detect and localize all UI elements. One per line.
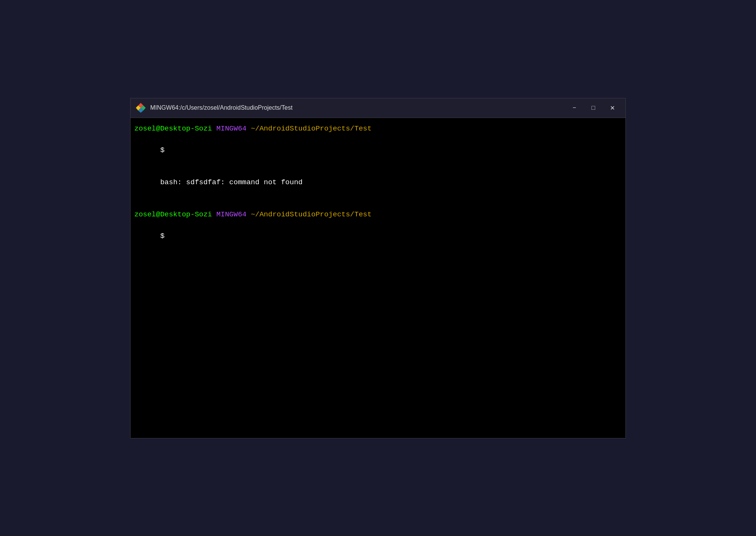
space-3 <box>212 209 216 220</box>
path-2: ~/AndroidStudioProjects/Test <box>251 209 372 220</box>
dollar-2: $ <box>160 232 164 240</box>
dollar-1: $ <box>160 146 164 154</box>
window-title: MINGW64:/c/Users/zosel/AndroidStudioProj… <box>150 104 562 111</box>
minimize-button[interactable]: − <box>566 102 583 114</box>
maximize-button[interactable]: □ <box>585 102 602 114</box>
window-controls: − □ ✕ <box>566 102 621 114</box>
path-1: ~/AndroidStudioProjects/Test <box>251 123 372 134</box>
dollar-line-2: $ <box>134 220 622 253</box>
user-host-2: zosel@Desktop-Sozi <box>134 209 212 220</box>
error-text: bash: sdfsdfaf: command not found <box>160 178 302 186</box>
space-2 <box>246 123 250 134</box>
space-1 <box>212 123 216 134</box>
spacer-line <box>134 199 622 209</box>
dollar-line-1: $ <box>134 134 622 166</box>
prompt-line-2: zosel@Desktop-Sozi MINGW64 ~/AndroidStud… <box>134 209 622 220</box>
app-icon <box>135 102 146 113</box>
shell-name-1: MINGW64 <box>216 123 247 134</box>
prompt-line-1: zosel@Desktop-Sozi MINGW64 ~/AndroidStud… <box>134 123 622 134</box>
terminal-window: MINGW64:/c/Users/zosel/AndroidStudioProj… <box>130 98 626 438</box>
space-4 <box>246 209 250 220</box>
close-button[interactable]: ✕ <box>604 102 621 114</box>
titlebar: MINGW64:/c/Users/zosel/AndroidStudioProj… <box>131 98 625 118</box>
shell-name-2: MINGW64 <box>216 209 247 220</box>
error-line: bash: sdfsdfaf: command not found <box>134 166 622 199</box>
user-host-1: zosel@Desktop-Sozi <box>134 123 212 134</box>
terminal-body[interactable]: zosel@Desktop-Sozi MINGW64 ~/AndroidStud… <box>131 118 625 438</box>
